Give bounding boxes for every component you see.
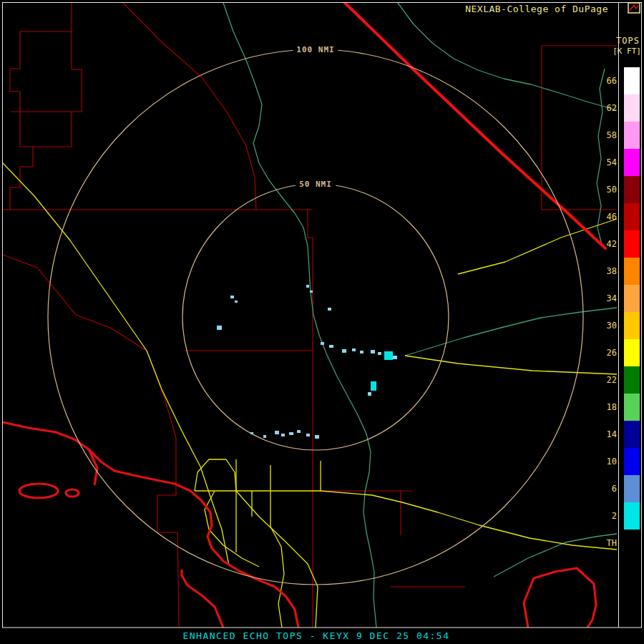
legend-value-label: 10 [598,457,617,467]
legend-value-label: 14 [598,429,617,439]
legend-entry: 38 [598,258,641,285]
legend-color-swatch [624,366,640,394]
legend-value-label: 26 [598,348,617,358]
river-lines [223,3,617,628]
legend-entry: 18 [598,394,641,421]
state-border-line [344,2,605,248]
legend-value-label: 38 [598,266,617,276]
legend-entry: 14 [598,421,641,448]
radar-echo [217,326,222,330]
radar-echo [328,308,331,311]
legend-value-label: TH [598,538,617,548]
legend-entry: 42 [598,230,641,258]
thick-red-boundaries [3,422,596,628]
county-lines [3,3,617,628]
radar-echo [321,342,324,345]
radar-echo [306,285,309,288]
radar-echo [342,349,346,353]
radar-echoes [217,285,397,439]
legend-color-swatch [624,122,640,149]
legend-color-swatch [624,285,640,312]
legend-entry: 26 [598,339,641,366]
map-frame [3,3,642,628]
cod-logo-icon [628,2,640,14]
legend-value-label: 42 [598,239,617,249]
radar-echo [297,430,301,433]
radar-product-screen: NEXLAB-College of DuPage 50 NMI 100 NMI … [0,0,644,644]
radar-echo [368,392,371,396]
legend-color-swatch [624,203,640,230]
legend-entry: 62 [598,94,641,122]
radar-echo [281,434,285,436]
legend-color-swatch [624,94,640,122]
radar-echo [263,435,266,438]
legend-color-swatch [624,530,640,557]
legend-title: TOPS [616,36,640,46]
legend-units: [K FT] [613,47,641,56]
product-caption: ENHANCED ECHO TOPS - KEYX 9 DEC 25 04:54 [0,630,633,641]
radar-echo [329,345,333,348]
radar-echo [371,350,375,353]
range-ring-label-100: 100 NMI [293,45,338,54]
legend-entry: TH [598,530,641,557]
legend-value-label: 62 [598,103,617,113]
road-lines [3,163,617,628]
legend-value-label: 34 [598,293,617,303]
site-title: NEXLAB-College of DuPage [465,4,608,14]
radar-echo [371,381,376,391]
legend-color-swatch [624,258,640,285]
legend-entry: 54 [598,149,641,176]
legend-entry: 58 [598,122,641,149]
legend-color-swatch [624,502,640,530]
legend-value-label: 50 [598,185,617,195]
legend-color-swatch [624,312,640,339]
legend-color-swatch [624,421,640,448]
legend-value-label: 54 [598,157,617,167]
legend-color-swatch [624,475,640,502]
radar-echo [250,432,253,434]
legend-color-swatch [624,448,640,475]
legend-value-label: 30 [598,321,617,331]
legend-color-swatch [624,67,640,94]
legend-color-swatch [624,339,640,366]
radar-echo [289,432,293,435]
radar-map [0,0,644,644]
range-ring [48,49,583,585]
radar-echo [235,301,238,303]
radar-echo [275,431,279,434]
legend-entry: 30 [598,312,641,339]
radar-echo [315,435,319,439]
legend-color-swatch [624,230,640,258]
radar-echo [393,356,397,359]
legend-value-label: 46 [598,212,617,222]
legend-entry: 50 [598,176,641,203]
legend-value-label: 66 [598,76,617,86]
legend-value-label: 58 [598,130,617,140]
range-rings [48,49,583,585]
radar-echo [360,351,364,353]
radar-echo [384,351,393,360]
legend-entry: 22 [598,366,641,394]
legend-color-swatch [624,149,640,176]
legend-entry: 66 [598,67,641,94]
legend-value-label: 18 [598,402,617,412]
legend-value-label: 22 [598,375,617,385]
legend-entry: 46 [598,203,641,230]
legend-entry: 10 [598,448,641,475]
radar-echo [378,352,381,355]
legend-entry: 34 [598,285,641,312]
radar-echo [310,291,313,293]
legend-color-scale: 66625854504642383430262218141062TH [598,67,641,557]
radar-echo [230,296,234,298]
range-ring-label-50: 50 NMI [296,180,336,189]
legend-color-swatch [624,176,640,203]
legend-value-label: 2 [598,511,617,521]
legend-entry: 6 [598,475,641,502]
radar-echo [352,348,356,351]
radar-echo [306,434,310,436]
legend-entry: 2 [598,502,641,530]
range-ring [182,184,449,450]
legend-color-swatch [624,394,640,421]
legend-value-label: 6 [598,484,617,494]
site-header: NEXLAB-College of DuPage [465,4,608,14]
